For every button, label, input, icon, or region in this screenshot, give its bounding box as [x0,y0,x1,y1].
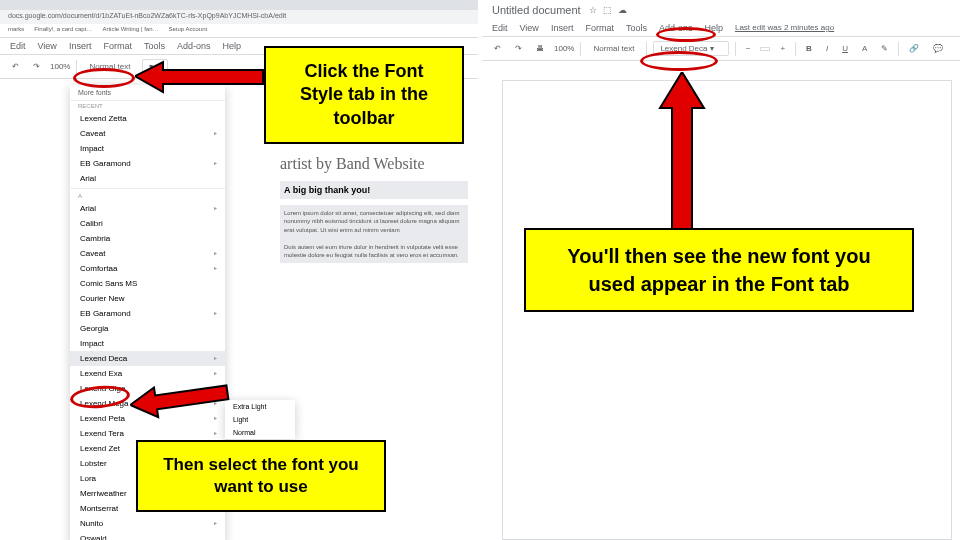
docs-menubar: Edit View Insert Format Tools Add-ons He… [482,20,960,36]
undo-icon[interactable]: ↶ [8,60,23,73]
menu-edit[interactable]: Edit [10,41,26,51]
menu-edit[interactable]: Edit [492,23,508,33]
last-edit-link[interactable]: Last edit was 2 minutes ago [735,23,834,33]
menu-view[interactable]: View [520,23,539,33]
menu-insert[interactable]: Insert [551,23,574,33]
doc-title-row: Untitled document ☆ ⬚ ☁ [482,0,960,20]
menu-addons[interactable]: Add-ons [177,41,211,51]
font-item[interactable]: Cambria [70,231,225,246]
separator [76,60,77,74]
font-item[interactable]: Caveat [70,246,225,261]
browser-tabs [0,0,478,10]
paragraph-styles-dropdown[interactable]: Normal text [587,42,640,55]
menu-format[interactable]: Format [585,23,614,33]
doc-heading: artist by Band Website [280,155,468,173]
menu-format[interactable]: Format [103,41,132,51]
font-item[interactable]: EB Garamond [70,156,225,171]
font-size-decrease[interactable]: − [742,42,755,55]
highlight-icon[interactable]: ✎ [877,42,892,55]
font-item[interactable]: Arial [70,201,225,216]
font-item[interactable]: Arial [70,171,225,186]
font-item[interactable]: Lexend Tera [70,426,225,441]
menu-addons[interactable]: Add-ons [659,23,693,33]
font-size-increase[interactable]: + [776,42,789,55]
font-size-input[interactable] [760,47,770,51]
separator [795,42,796,56]
url-bar: docs.google.com/document/d/1bZATuEt-nBco… [0,10,478,24]
weight-item[interactable]: Normal [225,426,295,439]
italic-button[interactable]: I [822,42,832,55]
font-family-dropdown[interactable]: Lexend Deca ▾ [653,41,728,56]
bookmarks-bar: marks Finally!, a card capt… Article Wri… [0,24,478,38]
separator [898,42,899,56]
doc-title[interactable]: Untitled document [492,4,581,16]
font-item[interactable]: Impact [70,141,225,156]
font-item[interactable]: Georgia [70,321,225,336]
svg-marker-2 [660,72,704,230]
arrow-to-font-tab-result [658,72,708,232]
font-item[interactable]: Impact [70,336,225,351]
paragraph-styles-dropdown[interactable]: Normal text [83,60,136,73]
arrow-to-font-dropdown [135,58,265,98]
menu-help[interactable]: Help [704,23,723,33]
bookmark-item[interactable]: Finally!, a card capt… [34,26,92,35]
menu-view[interactable]: View [38,41,57,51]
underline-button[interactable]: U [838,42,852,55]
zoom-dropdown[interactable]: 100% [554,44,574,53]
star-icon[interactable]: ☆ [589,5,597,15]
font-weight-submenu: Extra Light Light Normal [225,400,295,439]
link-icon[interactable]: 🔗 [905,42,923,55]
weight-item[interactable]: Light [225,413,295,426]
menu-tools[interactable]: Tools [144,41,165,51]
font-item-lexend-deca[interactable]: Lexend Deca [70,351,225,366]
separator [735,42,736,56]
docs-toolbar: ↶ ↷ 🖶 100% Normal text Lexend Deca ▾ − +… [482,36,960,61]
callout-select-font: Then select the font you want to use [136,440,386,512]
move-icon[interactable]: ⬚ [603,5,612,15]
svg-marker-0 [135,62,263,92]
zoom-dropdown[interactable]: 100% [50,62,70,71]
print-icon[interactable]: 🖶 [532,42,548,55]
font-item[interactable]: Comic Sans MS [70,276,225,291]
cloud-icon[interactable]: ☁ [618,5,627,15]
bold-button[interactable]: B [802,42,816,55]
divider [70,188,225,189]
recent-section-label: RECENT [70,101,225,111]
separator [646,42,647,56]
comment-icon[interactable]: 💬 [929,42,947,55]
az-jump[interactable]: A [70,191,225,201]
callout-new-font-appears: You'll then see the new font you used ap… [524,228,914,312]
bookmark-item[interactable]: Setup Account [169,26,208,35]
font-item[interactable]: Calibri [70,216,225,231]
font-item[interactable]: EB Garamond [70,306,225,321]
undo-icon[interactable]: ↶ [490,42,505,55]
font-item[interactable]: Courier New [70,291,225,306]
redo-icon[interactable]: ↷ [511,42,526,55]
document-content: artist by Band Website A big big thank y… [280,155,468,263]
menu-tools[interactable]: Tools [626,23,647,33]
panel-divider [478,0,482,540]
weight-item[interactable]: Extra Light [225,400,295,413]
svg-marker-1 [128,377,229,420]
menu-help[interactable]: Help [222,41,241,51]
bookmark-item[interactable]: Article Writing | fan… [102,26,158,35]
callout-font-style-tab: Click the Font Style tab in the toolbar [264,46,464,144]
font-item[interactable]: Comfortaa [70,261,225,276]
font-item[interactable]: Nunito [70,516,225,531]
menu-insert[interactable]: Insert [69,41,92,51]
doc-paragraph: Lorem ipsum dolor sit amet, consectetuer… [280,205,468,263]
doc-subheading: A big big thank you! [280,181,468,199]
redo-icon[interactable]: ↷ [29,60,44,73]
separator [580,42,581,56]
text-color-button[interactable]: A [858,42,871,55]
font-item[interactable]: Lexend Zetta [70,111,225,126]
font-item[interactable]: Oswald [70,531,225,540]
doc-title-icons: ☆ ⬚ ☁ [589,5,627,15]
bookmark-item[interactable]: marks [8,26,24,35]
font-item[interactable]: Caveat [70,126,225,141]
